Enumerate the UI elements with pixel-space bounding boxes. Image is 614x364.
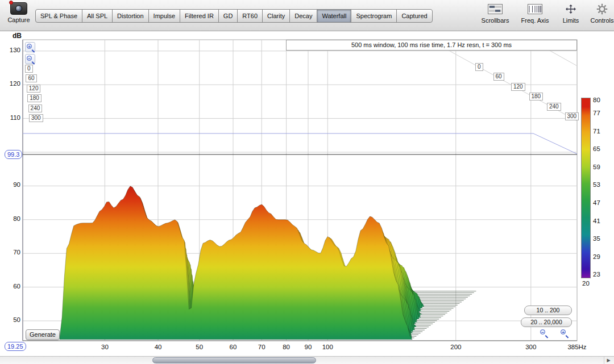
tool-label: Scrollbars — [476, 17, 514, 24]
y-tick-label: 120 — [2, 80, 20, 87]
tab-spl-phase[interactable]: SPL & Phase — [35, 9, 82, 23]
colorbar-tick-label: 29 — [593, 253, 608, 260]
tab-clarity[interactable]: Clarity — [262, 9, 290, 23]
colorbar-tick-label: 65 — [593, 145, 608, 152]
zoom-in-x-button[interactable]: + — [559, 328, 570, 338]
freq-axis-icon — [528, 4, 542, 14]
colorbar-bottom-label: 20 — [580, 280, 592, 287]
time-tick-left: 60 — [26, 74, 36, 82]
time-tick-right: 120 — [511, 83, 525, 91]
x-tick-label: 30 — [93, 344, 116, 350]
cursor-db-chip: 99.3 — [5, 150, 22, 159]
y-tick-label: 90 — [2, 181, 20, 188]
toolbar: Capture SPL & PhaseAll SPLDistortionImpu… — [0, 0, 614, 31]
tool-freq-axis[interactable]: Freq. Axis — [516, 3, 554, 24]
generate-button[interactable]: Generate — [26, 329, 60, 340]
zoom-out-button[interactable]: − — [25, 54, 35, 64]
tab-filtered-ir[interactable]: Filtered IR — [180, 9, 219, 23]
x-tick-label: 80 — [275, 344, 298, 350]
freq-range-button[interactable]: 10 .. 200 — [524, 306, 572, 315]
magnifier-handle — [566, 335, 569, 338]
plot-svg[interactable] — [0, 31, 614, 364]
gear-icon — [596, 3, 608, 15]
time-tick-left: 300 — [29, 114, 43, 122]
plus-sign: + — [561, 330, 566, 335]
freq-axis-icon-wrap — [516, 3, 554, 15]
rew-window: Capture SPL & PhaseAll SPLDistortionImpu… — [0, 0, 614, 364]
colorbar-tick-label: 35 — [593, 235, 608, 242]
full-range-button[interactable]: 20 .. 20,000 — [521, 317, 572, 327]
time-tick-right: 300 — [565, 112, 579, 120]
y-tick-label: 60 — [2, 283, 20, 290]
y-tick-label: 70 — [2, 249, 20, 256]
time-tick-left: 0 — [25, 65, 33, 73]
measurement-info: 500 ms window, 100 ms rise time, 1.7 Hz … — [286, 40, 577, 51]
x-tick-label: 100 — [316, 344, 339, 350]
horizontal-scrollbar[interactable]: ▶ — [0, 356, 614, 364]
tab-captured[interactable]: Captured — [396, 9, 432, 23]
tab-waterfall[interactable]: Waterfall — [317, 9, 351, 23]
colorbar-tick-label: 47 — [593, 199, 608, 206]
x-tick-label: 40 — [147, 344, 169, 350]
tab-strip: SPL & PhaseAll SPLDistortionImpulseFilte… — [35, 9, 433, 23]
colorbar-tick-label: 80 — [593, 97, 608, 103]
colorbar-tick-label: 41 — [593, 217, 608, 224]
x-tick-label: 200 — [445, 344, 467, 350]
time-tick-left: 240 — [28, 104, 43, 112]
time-tick-left: 120 — [27, 85, 41, 93]
y-tick-label: 130 — [2, 47, 20, 53]
colorbar-tick-label: 53 — [593, 181, 608, 188]
y-tick-label: 80 — [2, 215, 20, 222]
colorbar-tick-label: 71 — [593, 128, 608, 135]
tool-label: Controls — [586, 17, 614, 24]
colorbar-tick-label: 59 — [593, 164, 608, 170]
tool-scrollbars[interactable]: Scrollbars — [476, 3, 514, 24]
limits-icon-wrap — [555, 3, 587, 15]
magnifier-handle — [545, 335, 549, 338]
scrollbars-icon-wrap — [476, 3, 514, 15]
tool-controls[interactable]: Controls — [586, 3, 614, 24]
scrollbars-icon — [488, 4, 503, 14]
scrollbar-thumb[interactable] — [152, 357, 316, 363]
plus-sign: + — [27, 44, 32, 49]
y-axis-labels: 1301201109080706050 — [2, 0, 20, 364]
y-tick-label: 50 — [2, 316, 20, 323]
gear-icon-wrap — [586, 3, 614, 15]
time-tick-right: 60 — [493, 73, 504, 81]
colorbar-tick-label: 77 — [593, 110, 608, 116]
tab-decay[interactable]: Decay — [289, 9, 317, 23]
scrollbar-right-arrow-icon[interactable]: ▶ — [604, 357, 613, 364]
minus-sign: − — [27, 56, 32, 61]
magnifier-handle — [32, 61, 35, 65]
time-tick-right: 0 — [475, 63, 483, 71]
tab-impulse[interactable]: Impulse — [148, 9, 181, 23]
colorbar-gradient — [581, 98, 591, 278]
time-tick-right: 180 — [529, 93, 544, 101]
magnifier-handle — [32, 49, 35, 53]
zoom-out-x-button[interactable]: − — [539, 328, 549, 338]
minus-sign: − — [540, 330, 545, 335]
tab-gd[interactable]: GD — [218, 9, 238, 23]
tool-label: Freq. Axis — [516, 17, 554, 24]
zoom-in-button[interactable]: + — [25, 42, 35, 52]
x-tick-label: 70 — [250, 344, 273, 350]
limits-icon — [564, 3, 578, 15]
tool-limits[interactable]: Limits — [555, 3, 587, 24]
colorbar-tick-label: 23 — [593, 271, 608, 278]
time-tick-left: 180 — [27, 94, 42, 102]
tab-all-spl[interactable]: All SPL — [82, 9, 113, 23]
x-axis-start-chip: 19.25 — [5, 342, 26, 351]
x-tick-label: 50 — [188, 344, 211, 350]
x-axis-end-label: 385Hz — [565, 344, 590, 350]
tab-distortion[interactable]: Distortion — [112, 9, 148, 23]
x-tick-label: 300 — [520, 344, 542, 350]
tab-spectrogram[interactable]: Spectrogram — [351, 9, 397, 23]
tab-rt60[interactable]: RT60 — [237, 9, 263, 23]
y-tick-label: 110 — [2, 114, 20, 121]
tool-label: Limits — [555, 17, 587, 24]
x-tick-label: 60 — [222, 344, 244, 350]
time-tick-right: 240 — [547, 103, 561, 111]
